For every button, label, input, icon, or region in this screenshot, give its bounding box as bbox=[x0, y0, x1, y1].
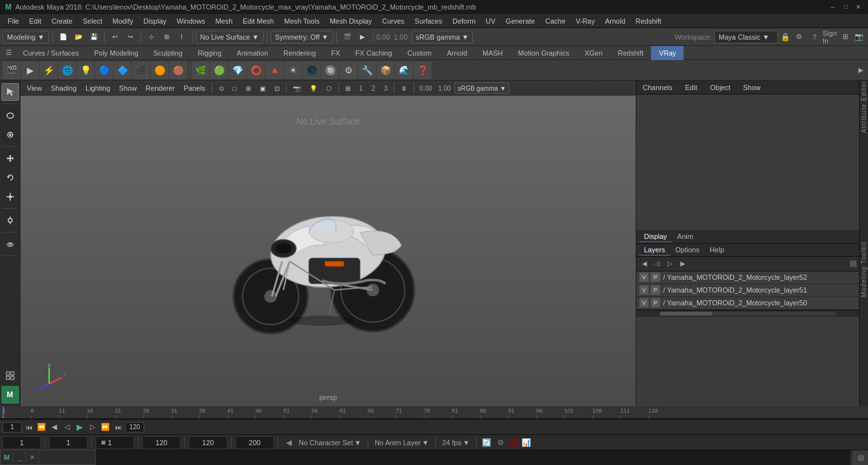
mel-expand-btn[interactable]: ⊞ bbox=[853, 450, 868, 466]
minimize-btn[interactable]: ─ bbox=[828, 3, 837, 11]
layer-50-p-btn[interactable]: P bbox=[650, 298, 661, 308]
menu-modify[interactable]: Modify bbox=[107, 16, 138, 26]
show-btn[interactable]: Show bbox=[739, 82, 765, 93]
shelf-icon-7[interactable]: 🔷 bbox=[114, 61, 131, 79]
shelf-tab-arnold[interactable]: Arnold bbox=[439, 46, 475, 60]
shelf-icon-3[interactable]: ⚡ bbox=[40, 61, 57, 79]
shelf-tab-animation[interactable]: Animation bbox=[229, 46, 276, 60]
menu-mesh-tools[interactable]: Mesh Tools bbox=[279, 16, 324, 26]
menu-mesh[interactable]: Mesh bbox=[210, 16, 237, 26]
scale-tool-btn[interactable] bbox=[1, 188, 19, 206]
shelf-icon-12[interactable]: 🟢 bbox=[210, 61, 228, 79]
universal-manip-btn[interactable] bbox=[1, 211, 19, 229]
goto-start-btn[interactable]: ⏮ bbox=[23, 422, 34, 433]
layers-subtab[interactable]: Layers bbox=[639, 245, 670, 255]
auto-key-btn[interactable]: . bbox=[509, 438, 519, 448]
shelf-tab-curves[interactable]: Curves / Surfaces bbox=[15, 46, 86, 60]
anim-tab[interactable]: Anim bbox=[672, 231, 698, 241]
symmetry-dropdown[interactable]: Symmetry: Off ▼ bbox=[271, 31, 333, 43]
layer-row-51[interactable]: V P / Yamaha_MOTOROiD_2_Motorcycle_layer… bbox=[636, 284, 859, 297]
shelf-menu-btn[interactable]: ☰ bbox=[3, 46, 15, 60]
char-set-arrow-btn[interactable]: ◀ bbox=[282, 436, 295, 449]
shelf-icon-16[interactable]: ☀ bbox=[284, 61, 302, 79]
vp-res-high[interactable]: 3 bbox=[380, 84, 392, 93]
shelf-tab-poly[interactable]: Poly Modeling bbox=[86, 46, 146, 60]
shelf-icon-19[interactable]: ⚙ bbox=[340, 61, 357, 79]
mel-input[interactable] bbox=[26, 450, 850, 465]
layer-left-btn[interactable]: ◀ bbox=[639, 258, 650, 270]
ui-settings-btn[interactable]: ⊞ bbox=[839, 31, 851, 43]
undo-btn[interactable]: ↩ bbox=[108, 30, 122, 44]
menu-mesh-display[interactable]: Mesh Display bbox=[325, 16, 377, 26]
shelf-tab-motiongfx[interactable]: Motion Graphics bbox=[511, 46, 577, 60]
menu-windows[interactable]: Windows bbox=[172, 16, 211, 26]
menu-file[interactable]: File bbox=[3, 16, 24, 26]
soft-sel-btn[interactable] bbox=[1, 235, 19, 253]
vp-pause-btn[interactable]: ⏸ bbox=[397, 84, 411, 93]
vp-icon-5[interactable]: ⊡ bbox=[271, 84, 283, 93]
shelf-icon-6[interactable]: 🔵 bbox=[95, 61, 113, 79]
layer-row-52[interactable]: V P / Yamaha_MOTOROiD_2_Motorcycle_layer… bbox=[636, 271, 859, 284]
shelf-icon-20[interactable]: 🔧 bbox=[358, 61, 376, 79]
camera-icon-btn[interactable]: 📷 bbox=[853, 31, 865, 43]
frame-field-2[interactable]: 1 bbox=[49, 436, 87, 449]
vp-res-low[interactable]: 1 bbox=[355, 84, 367, 93]
close-btn[interactable]: ✕ bbox=[854, 3, 863, 11]
shelf-icon-4[interactable]: 🌐 bbox=[58, 61, 76, 79]
fps-dropdown[interactable]: 24 fps ▼ bbox=[440, 439, 472, 446]
shelf-icon-21[interactable]: 📦 bbox=[377, 61, 394, 79]
menu-create[interactable]: Create bbox=[47, 16, 78, 26]
select-tool-btn[interactable] bbox=[1, 83, 19, 101]
shelf-icon-2[interactable]: ▶ bbox=[21, 61, 39, 79]
snap-curve-btn[interactable]: ⌇ bbox=[175, 30, 189, 44]
shelf-icon-9[interactable]: 🟠 bbox=[151, 61, 168, 79]
menu-vray[interactable]: V-Ray bbox=[571, 16, 600, 26]
no-char-set-dropdown[interactable]: No Character Set ▼ bbox=[296, 439, 364, 446]
frame-end-field[interactable]: 120 bbox=[142, 436, 181, 449]
mode-dropdown[interactable]: Modeling ▼ bbox=[3, 31, 49, 43]
mini-win-maya-icon[interactable]: M bbox=[1, 452, 13, 463]
shelf-icon-23[interactable]: ❓ bbox=[414, 61, 431, 79]
settings-icon-btn[interactable]: ⚙ bbox=[495, 436, 507, 449]
channels-btn[interactable]: Channels bbox=[639, 82, 676, 93]
gamma-dropdown[interactable]: sRGB gamma ▼ bbox=[412, 31, 474, 43]
menu-deform[interactable]: Deform bbox=[447, 16, 481, 26]
mini-win-minimize-btn[interactable]: ✕ bbox=[26, 452, 39, 463]
current-frame-field[interactable]: 1 bbox=[3, 436, 41, 449]
display-tab[interactable]: Display bbox=[639, 231, 672, 242]
workspace-help-btn[interactable]: ? bbox=[808, 31, 821, 43]
max-frame-field[interactable]: 200 bbox=[236, 436, 274, 449]
shelf-icon-22[interactable]: 🌊 bbox=[395, 61, 413, 79]
vp-icon-4[interactable]: ▣ bbox=[256, 84, 269, 93]
layer-right2-btn[interactable]: ▶ bbox=[677, 258, 689, 270]
shelf-expand-btn[interactable]: ▶ bbox=[857, 61, 865, 79]
lasso-tool-btn[interactable] bbox=[1, 107, 19, 125]
menu-curves[interactable]: Curves bbox=[377, 16, 410, 26]
vp-camera-btn[interactable]: 📷 bbox=[289, 84, 304, 93]
layer-right-btn[interactable]: ▷ bbox=[664, 258, 676, 270]
menu-select[interactable]: Select bbox=[78, 16, 108, 26]
timeline-ruler[interactable]: 1611162126313641465156616671768186919610… bbox=[0, 406, 868, 419]
snap-grid-btn-left[interactable] bbox=[1, 367, 19, 385]
shelf-tab-xgen[interactable]: XGen bbox=[577, 46, 610, 60]
graph-editor-icon-btn[interactable]: 📊 bbox=[520, 436, 533, 449]
goto-end-btn[interactable]: ⏭ bbox=[112, 422, 124, 433]
shelf-icon-15[interactable]: 🔺 bbox=[266, 61, 283, 79]
shelf-icon-10[interactable]: 🟤 bbox=[169, 61, 187, 79]
layer-50-vis-btn[interactable]: V bbox=[639, 298, 649, 308]
workspace-settings-btn[interactable]: ⚙ bbox=[793, 31, 805, 43]
shelf-icon-5[interactable]: 💡 bbox=[77, 61, 94, 79]
shelf-tab-mash[interactable]: MASH bbox=[475, 46, 511, 60]
help-subtab[interactable]: Help bbox=[705, 245, 730, 255]
next-key-btn[interactable]: ⏩ bbox=[100, 422, 111, 433]
shelf-icon-14[interactable]: ⭕ bbox=[247, 61, 265, 79]
cycle-icon-btn[interactable]: 🔄 bbox=[481, 436, 493, 449]
object-btn[interactable]: Object bbox=[706, 82, 734, 93]
start-frame-input[interactable] bbox=[3, 422, 22, 432]
end-frame-input[interactable] bbox=[125, 422, 144, 432]
vp-grid-btn[interactable]: ⊞ bbox=[341, 84, 354, 93]
layer-51-vis-btn[interactable]: V bbox=[639, 285, 649, 295]
shelf-icon-17[interactable]: 🌑 bbox=[303, 61, 320, 79]
menu-arnold[interactable]: Arnold bbox=[600, 16, 631, 26]
vp-menu-show[interactable]: Show bbox=[116, 83, 141, 93]
